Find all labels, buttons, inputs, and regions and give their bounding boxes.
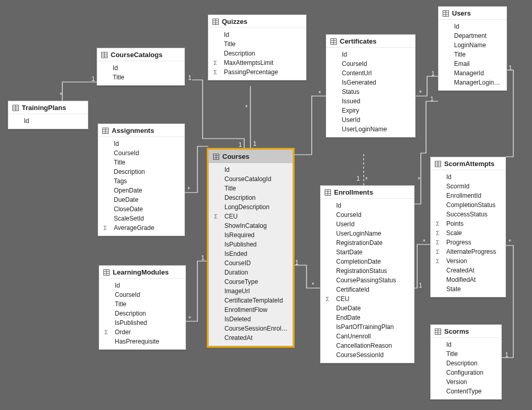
entity-field[interactable]: CourseSessionEnrollmentType [209,324,292,333]
entity-field[interactable]: ScormId [431,182,506,191]
entity-field[interactable]: Id [431,172,506,182]
entity-field[interactable]: Title [431,349,501,359]
entity-field[interactable]: CourseId [321,210,414,220]
entity-field[interactable]: IsPublished [99,318,185,327]
entity-field[interactable]: Configuration [431,368,501,377]
entity-field[interactable]: Id [326,50,415,59]
entity-field[interactable]: CompletionDate [321,257,414,266]
entity-field[interactable]: UserId [321,220,414,229]
entity-field[interactable]: ΣMaxAttemptsLimit [208,58,306,67]
entity-field[interactable]: ΣCEU [209,212,292,221]
entity-field[interactable]: ImageUrl [209,286,292,296]
entity-field[interactable]: CourseId [98,148,184,158]
entity-field[interactable]: ΣAverageGrade [98,223,184,233]
entity-field[interactable]: Id [208,30,306,39]
entity-field[interactable]: ModifiedAt [431,275,506,284]
entity-field[interactable]: Tags [98,176,184,186]
entity-field[interactable]: Title [208,39,306,49]
entity-field[interactable]: Title [438,50,507,59]
entity-header[interactable]: Courses [209,150,292,163]
entity-quizzes[interactable]: Quizzes IdTitleDescriptionΣMaxAttemptsLi… [208,15,307,80]
entity-field[interactable]: EnrollmentFlow [209,305,292,315]
entity-field[interactable]: CourseType [209,277,292,286]
entity-field[interactable]: ΣVersion [431,256,506,266]
entity-courses[interactable]: Courses IdCourseCatalogIdTitleDescriptio… [208,149,293,346]
entity-field[interactable]: Description [98,167,184,176]
entity-header[interactable]: Enrollments [321,186,414,199]
entity-field[interactable]: ContentType [431,387,501,396]
entity-users[interactable]: Users IdDepartmentLoginNameTitleEmailMan… [438,6,507,91]
entity-field[interactable]: ContentUrl [326,69,415,78]
entity-field[interactable]: ΣAlternateProgress [431,247,506,256]
entity-field[interactable]: LoginName [438,40,507,50]
entity-field[interactable]: Version [431,377,501,387]
entity-field[interactable]: ΣProgress [431,238,506,247]
entity-field[interactable]: CreatedAt [431,266,506,275]
entity-field[interactable]: CompletionStatus [431,200,506,210]
entity-field[interactable]: Title [209,184,292,193]
entity-field[interactable]: ΣOrder [99,327,185,337]
entity-field[interactable]: HasPrerequisite [99,337,185,346]
entity-field[interactable]: Description [431,359,501,368]
entity-header[interactable]: Scorms [431,325,501,338]
entity-field[interactable]: Status [326,87,415,97]
entity-field[interactable]: CloseDate [98,204,184,214]
entity-field[interactable]: Id [209,165,292,174]
entity-field[interactable]: Description [99,309,185,318]
entity-field[interactable]: ΣPoints [431,219,506,228]
entity-header[interactable]: Users [438,7,507,20]
entity-field[interactable]: IsDeleted [209,315,292,324]
entity-field[interactable]: CoursePassingStatus [321,276,414,285]
entity-scorms[interactable]: Scorms IdTitleDescriptionConfigurationVe… [430,324,502,400]
entity-field[interactable]: DueDate [98,195,184,204]
entity-field[interactable]: IsRequired [209,230,292,240]
entity-field[interactable]: Duration [209,268,292,277]
entity-field[interactable]: CourseCatalogId [209,174,292,184]
entity-scorm-attempts[interactable]: ScormAttempts IdScormIdEnrollmentIdCompl… [430,157,506,297]
entity-assignments[interactable]: Assignments IdCourseIdTitleDescriptionTa… [98,124,185,236]
entity-field[interactable]: Description [208,49,306,58]
entity-field[interactable]: Email [438,59,507,69]
entity-field[interactable]: OpenDate [98,186,184,195]
entity-header[interactable]: ScormAttempts [431,157,506,170]
entity-field[interactable]: Department [438,31,507,40]
entity-training-plans[interactable]: TrainingPlans Id [8,101,88,129]
entity-field[interactable]: Id [321,201,414,210]
entity-field[interactable]: Id [98,139,184,148]
entity-header[interactable]: Certificates [326,35,415,48]
entity-field[interactable]: CertificateId [321,285,414,294]
entity-header[interactable]: Assignments [98,124,184,137]
entity-field[interactable]: UserId [326,115,415,125]
entity-field[interactable]: Title [98,158,184,167]
entity-field[interactable]: RegistrationDate [321,238,414,248]
entity-field[interactable]: ScaleSetId [98,214,184,223]
entity-field[interactable]: Issued [326,97,415,106]
entity-field[interactable]: ManagerLoginName [438,78,507,87]
entity-field[interactable]: IsEnded [209,249,292,258]
entity-field[interactable]: LongDescription [209,202,292,212]
entity-field[interactable]: UserLoginName [321,229,414,238]
entity-field[interactable]: SuccessStatus [431,210,506,219]
entity-field[interactable]: CanUnenroll [321,332,414,341]
entity-header[interactable]: TrainingPlans [8,101,88,114]
entity-header[interactable]: CourseCatalogs [97,48,184,61]
entity-field[interactable]: Id [431,340,501,349]
entity-field[interactable]: Id [99,281,185,290]
entity-header[interactable]: LearningModules [99,266,185,279]
entity-field[interactable]: ΣScale [431,228,506,238]
entity-field[interactable]: IsGenerated [326,78,415,87]
entity-field[interactable]: CourseId [99,290,185,299]
entity-field[interactable]: CourseSessionId [321,350,414,360]
entity-field[interactable]: Id [438,22,507,31]
entity-field[interactable]: Id [8,116,88,126]
entity-field[interactable]: Title [99,299,185,309]
entity-field[interactable]: CreatedAt [209,333,292,343]
entity-field[interactable]: StartDate [321,248,414,257]
entity-field[interactable]: RegistrationStatus [321,266,414,276]
entity-field[interactable]: Expiry [326,106,415,115]
entity-learning-modules[interactable]: LearningModules IdCourseIdTitleDescripti… [99,265,186,350]
entity-field[interactable]: ManagerId [438,69,507,78]
entity-field[interactable]: ΣPassingPercentage [208,67,306,77]
entity-certificates[interactable]: Certificates IdCourseIdContentUrlIsGener… [326,34,416,138]
entity-course-catalogs[interactable]: CourseCatalogs IdTitle [97,48,185,86]
